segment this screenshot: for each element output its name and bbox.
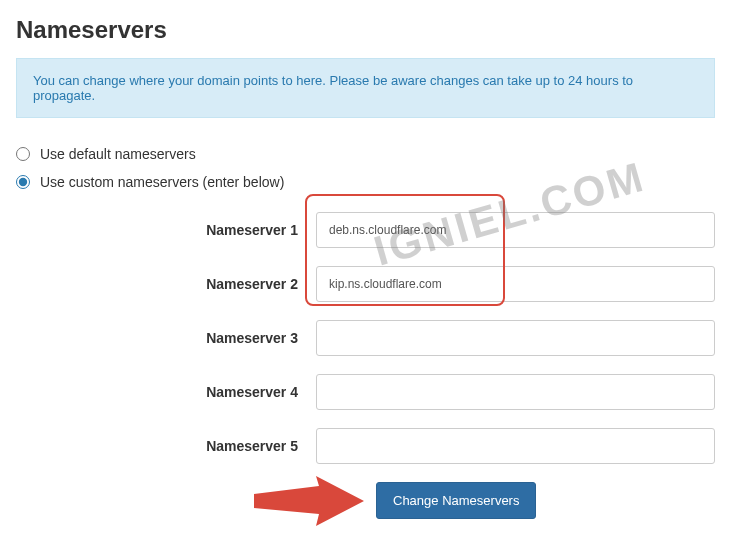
nameserver-input-4[interactable]	[316, 374, 715, 410]
radio-custom-nameservers[interactable]: Use custom nameservers (enter below)	[16, 174, 715, 190]
nameserver-label-3: Nameserver 3	[16, 330, 316, 346]
nameserver-mode-group: Use default nameservers Use custom names…	[16, 146, 715, 190]
nameserver-input-5[interactable]	[316, 428, 715, 464]
info-alert: You can change where your domain points …	[16, 58, 715, 118]
change-nameservers-button[interactable]: Change Nameservers	[376, 482, 536, 519]
nameserver-label-1: Nameserver 1	[16, 222, 316, 238]
radio-custom-label: Use custom nameservers (enter below)	[40, 174, 284, 190]
nameserver-input-3[interactable]	[316, 320, 715, 356]
nameserver-input-2[interactable]	[316, 266, 715, 302]
nameserver-label-5: Nameserver 5	[16, 438, 316, 454]
submit-row: Change Nameservers	[16, 482, 715, 519]
svg-marker-0	[254, 476, 364, 526]
arrow-icon	[254, 476, 364, 526]
nameserver-row-5: Nameserver 5	[16, 428, 715, 464]
page-title: Nameservers	[16, 16, 715, 44]
nameserver-row-3: Nameserver 3	[16, 320, 715, 356]
nameserver-input-1[interactable]	[316, 212, 715, 248]
nameserver-label-2: Nameserver 2	[16, 276, 316, 292]
nameserver-row-4: Nameserver 4	[16, 374, 715, 410]
radio-default-nameservers[interactable]: Use default nameservers	[16, 146, 715, 162]
nameserver-fields: Nameserver 1 Nameserver 2 Nameserver 3 N…	[16, 212, 715, 464]
radio-custom-input[interactable]	[16, 175, 30, 189]
nameserver-row-1: Nameserver 1	[16, 212, 715, 248]
radio-default-input[interactable]	[16, 147, 30, 161]
nameserver-row-2: Nameserver 2	[16, 266, 715, 302]
nameserver-label-4: Nameserver 4	[16, 384, 316, 400]
radio-default-label: Use default nameservers	[40, 146, 196, 162]
